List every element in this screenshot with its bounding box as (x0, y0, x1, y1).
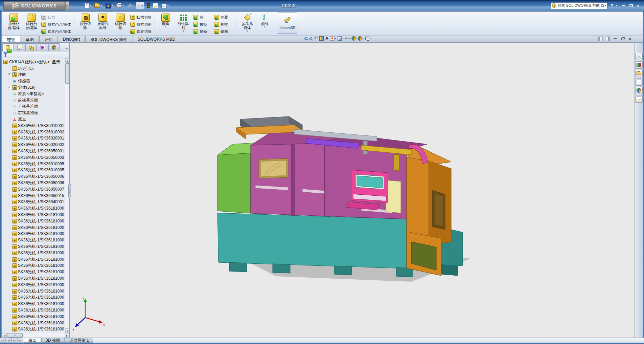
scrollbar-thumb[interactable]: ≡ (65, 63, 69, 84)
search-input[interactable]: 搜索 SOLIDWORKS 帮助 (557, 3, 600, 8)
tree-item[interactable]: + SK36光机-1/SK36181000 (8, 224, 65, 231)
tree-item[interactable]: + 传感器 (8, 78, 65, 84)
menu-expand-arrow[interactable]: ▸ (65, 1, 69, 10)
tree-item[interactable]: + 原点 (8, 116, 65, 123)
help-button[interactable]: ? (610, 3, 613, 8)
scroll-down-arrow[interactable]: ▼ (65, 328, 69, 333)
options-button[interactable] (152, 2, 159, 9)
nav-first-button[interactable]: |◀ (0, 338, 6, 343)
tree-item[interactable]: + SK36光机-1/SK36010005 (8, 167, 65, 174)
tree-item[interactable]: + SK36光机-1/SK36040001 (8, 199, 65, 206)
tree-item[interactable]: + 历史记录 (8, 65, 65, 72)
tree-item[interactable]: + 注解 (8, 72, 65, 78)
ribbon-big-button[interactable]: 拉伸凸 台/基体 ▾ (5, 13, 23, 32)
tab-dimxpertmanager[interactable]: ⊕ (37, 43, 48, 51)
section-view-button[interactable] (319, 36, 324, 41)
tree-item[interactable]: + SK36光机-1/SK36020001 (8, 135, 65, 142)
apply-scene-button[interactable]: ▾ (358, 36, 364, 41)
ribbon-small-button[interactable]: 相交 (213, 21, 234, 28)
tab-configurationmanager[interactable] (25, 43, 37, 51)
ribbon-small-button[interactable]: 扫描 (40, 14, 72, 21)
scrollbar-thumb[interactable]: ≡ (7, 333, 23, 338)
machine-model-ck6140[interactable] (217, 116, 463, 277)
design-library-button[interactable] (635, 61, 643, 69)
tree-item[interactable]: + SK36光机-1/SK36181000 (8, 275, 65, 282)
document-close-button[interactable]: × (627, 37, 632, 41)
help-dropdown-arrow[interactable]: ▾ (616, 4, 617, 7)
tree-item[interactable]: + SK36光机-1/SK36010001 (8, 123, 65, 129)
tree-item[interactable]: + SK36光机-1/SK36181000 (8, 263, 65, 269)
tree-item[interactable]: + SK36光机-1/SK36181000 (8, 301, 65, 307)
nav-last-button[interactable]: ▶| (17, 338, 23, 343)
edrawings-publish-button[interactable]: ▾ (105, 2, 114, 9)
ribbon-small-button[interactable]: 包覆 (213, 14, 234, 21)
search-box[interactable]: ? 搜索 SOLIDWORKS 帮助 ▾ (551, 2, 607, 9)
tree-item[interactable]: + SK36光机-1/SK36181000 (8, 243, 65, 250)
nav-next-button[interactable]: ▶ (12, 338, 17, 343)
tree-item[interactable]: + SK36光机-1/SK36181000 (8, 269, 65, 275)
ribbon-big-button[interactable]: 旋转凸 台/基体 ▾ (23, 13, 40, 32)
command-tab[interactable]: 草图 (21, 36, 39, 42)
ribbon-small-button[interactable]: 放样凸台/基体 (40, 21, 72, 28)
tree-item[interactable]: + SK36光机-1/SK36181000 (8, 218, 65, 224)
tree-item[interactable]: + SK36光机-1/SK36181000 (8, 294, 65, 301)
tab-displaymanager[interactable] (48, 43, 60, 51)
ribbon-small-button[interactable]: 镜向 (213, 28, 234, 35)
tree-item[interactable]: + SK36光机-1/SK36020002 (8, 142, 65, 148)
command-tab[interactable]: SOLIDWORKS MBD (133, 36, 180, 42)
tree-item[interactable]: + SK36光机-1/SK36181000 (8, 231, 65, 237)
tab-featuremanager[interactable] (2, 43, 14, 51)
ribbon-small-button[interactable]: 边界凸台/基体 (40, 28, 72, 35)
tree-item[interactable]: + 前视基准面 (8, 97, 65, 104)
ribbon-big-button[interactable]: 旋转切 除 ▾ (112, 13, 129, 32)
3d-drawing-view-button[interactable]: A (325, 36, 328, 41)
manager-tabs-overflow[interactable]: » (64, 46, 69, 51)
search-dropdown-arrow[interactable]: ▾ (605, 4, 606, 7)
tree-item[interactable]: + SK36光机-1/SK36050006 (8, 180, 65, 186)
ribbon-small-button[interactable]: 筋 (192, 14, 213, 21)
undo-button[interactable]: ↺▾ (126, 3, 135, 9)
ribbon-big-button[interactable]: 异型孔 向导 ▾ (94, 13, 112, 32)
tree-item[interactable]: + SK36光机-1/SK36181000 (8, 212, 65, 218)
ribbon-big-button[interactable]: 曲线 ▾ (256, 13, 274, 32)
tree-item[interactable]: + SK36光机-1/SK36050006 (8, 173, 65, 180)
close-button[interactable]: × (636, 3, 641, 8)
tree-root-item[interactable]: CK6140 (默认<<默认>_显示 (3, 59, 65, 65)
tree-item[interactable]: + SK36光机-1/SK36050001 (8, 148, 65, 154)
document-restore-button[interactable] (620, 37, 625, 41)
ribbon-big-button[interactable]: 圆角 ▾ (157, 13, 175, 32)
tree-item[interactable]: + SK36光机-1/SK36181000 (8, 237, 65, 243)
selection-filter-button[interactable] (146, 2, 151, 9)
tree-item[interactable]: + 右视基准面 (8, 110, 65, 116)
tree-item[interactable]: + SK36光机-1/SK36181000 (8, 307, 65, 314)
tree-item[interactable]: + SK36光机-1/SK36181000 (8, 282, 65, 288)
tree-horizontal-scrollbar[interactable]: ◀ ≡ ▶ (2, 333, 69, 338)
hide-show-items-button[interactable]: ∞▾ (345, 36, 350, 41)
appearances-button[interactable] (635, 87, 643, 94)
tree-item[interactable]: + 实体(319) (8, 84, 65, 91)
document-view-tab[interactable]: 3D 视图 (41, 338, 65, 343)
tree-expand-toggle[interactable]: + (8, 73, 11, 76)
scroll-right-arrow[interactable]: ▶ (65, 333, 69, 338)
pane-split-left-button[interactable] (598, 37, 603, 41)
file-explorer-button[interactable] (635, 70, 643, 77)
zoom-area-button[interactable] (309, 37, 312, 40)
command-tab[interactable]: 特征 (2, 36, 20, 42)
tab-propertymanager[interactable] (14, 43, 25, 51)
view-settings-button[interactable]: ▾ (365, 37, 372, 40)
tree-item[interactable]: + 上视基准面 (8, 104, 65, 110)
ribbon-big-button[interactable]: 线性阵 列 ▾ (175, 13, 192, 32)
ribbon-small-button[interactable]: 扫描切除 (129, 14, 153, 21)
document-view-tab[interactable]: 运动算例 1 (65, 338, 93, 343)
edit-appearance-button[interactable] (351, 36, 356, 41)
minimize-button[interactable] (621, 3, 626, 8)
tree-item[interactable]: + SK36光机-1/SK36181000 (8, 320, 65, 326)
zoom-fit-button[interactable] (304, 37, 307, 40)
solidworks-resources-button[interactable]: ⌂ (635, 53, 643, 60)
view-palette-button[interactable] (635, 78, 643, 86)
panel-splitter-grip[interactable] (68, 184, 71, 197)
scroll-up-arrow[interactable]: ▲ (65, 58, 69, 63)
tree-filter-bar[interactable] (2, 51, 69, 58)
previous-view-button[interactable]: ↶ (314, 36, 318, 41)
view-orientation-button[interactable]: ▾ (330, 36, 336, 41)
